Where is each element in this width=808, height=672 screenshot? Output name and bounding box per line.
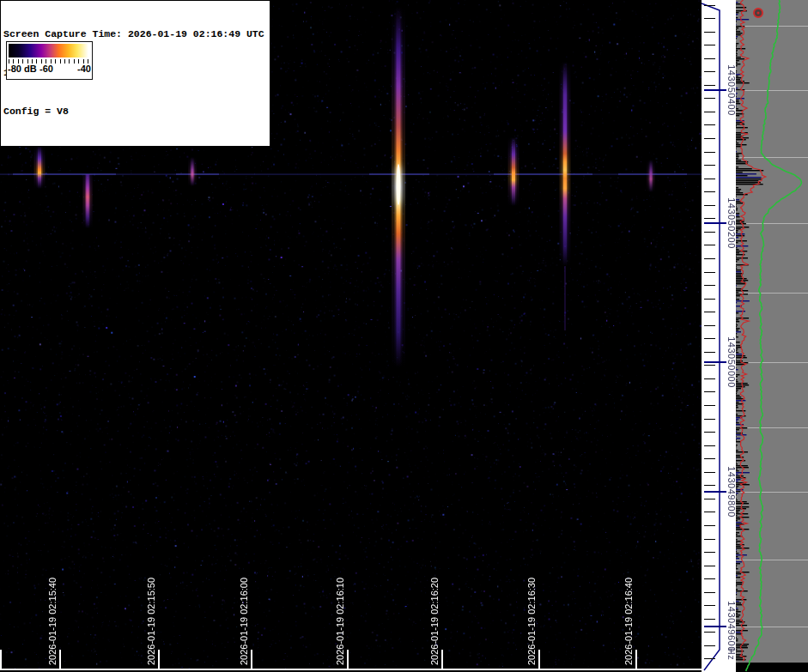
colorbar-label-min: -80 dB <box>8 64 37 74</box>
freq-minor-tick <box>704 658 715 659</box>
freq-minor-tick <box>704 499 715 499</box>
colorbar-tick <box>60 59 61 64</box>
freq-minor-tick <box>704 152 715 153</box>
freq-minor-tick <box>704 124 715 125</box>
freq-minor-tick <box>704 325 715 326</box>
freq-minor-tick <box>704 218 715 219</box>
freq-minor-tick <box>704 405 715 406</box>
freq-minor-tick <box>704 85 715 86</box>
colorbar-tick <box>74 59 75 64</box>
freq-axis-label: 143049800 <box>726 466 737 518</box>
colorbar-tick <box>69 59 70 64</box>
freq-minor-tick <box>704 312 715 312</box>
freq-minor-tick <box>704 619 715 620</box>
colorbar-tick <box>55 59 56 64</box>
freq-minor-tick <box>704 512 715 512</box>
freq-minor-tick <box>704 645 715 646</box>
freq-minor-tick <box>704 539 715 540</box>
colorbar-label-max: -40 <box>77 64 91 74</box>
time-tick <box>347 650 349 669</box>
freq-minor-tick <box>704 71 715 72</box>
time-axis-left-edge <box>0 650 2 670</box>
live-spectrum-panel-canvas <box>736 0 808 672</box>
time-tick <box>251 650 252 669</box>
freq-minor-tick <box>704 566 715 566</box>
freq-minor-tick <box>704 58 715 59</box>
config-line: Config = V8 <box>3 105 264 118</box>
time-tick <box>635 650 637 669</box>
time-axis-baseline <box>0 669 704 670</box>
freq-minor-tick <box>704 578 715 579</box>
freq-minor-tick <box>704 272 715 273</box>
time-axis-label: 2026-01-19 02:16:00 <box>239 578 249 665</box>
capture-time-line: Screen Capture Time: 2026-01-19 02:16:49… <box>3 27 264 40</box>
colorbar-gradient <box>9 44 88 58</box>
freq-minor-tick <box>704 552 715 553</box>
freq-minor-tick <box>704 525 715 526</box>
freq-minor-tick <box>704 472 715 473</box>
time-axis-label: 2026-01-19 02:16:10 <box>335 578 345 665</box>
time-tick <box>538 650 540 669</box>
freq-minor-tick <box>704 338 715 339</box>
freq-major-tick <box>704 491 726 493</box>
freq-major-tick <box>704 222 726 224</box>
freq-minor-tick <box>704 165 715 166</box>
freq-minor-tick <box>704 258 715 259</box>
freq-minor-tick <box>704 458 715 459</box>
time-axis-label: 2026-01-19 02:15:50 <box>146 578 156 665</box>
freq-minor-tick <box>704 632 715 633</box>
time-tick <box>59 650 61 669</box>
freq-minor-tick <box>704 285 715 286</box>
freq-minor-tick <box>704 112 715 112</box>
intensity-colorbar: -80 dB -60 -40 <box>6 41 93 80</box>
time-axis-label: 2026-01-19 02:16:20 <box>429 578 440 665</box>
freq-minor-tick <box>704 365 715 366</box>
freq-minor-tick <box>704 191 715 192</box>
freq-minor-tick <box>704 299 715 300</box>
freq-minor-tick <box>704 352 715 353</box>
freq-major-tick <box>704 361 726 363</box>
time-axis-label: 2026-01-19 02:15:40 <box>47 578 58 665</box>
freq-minor-tick <box>704 485 715 486</box>
time-tick <box>158 650 160 669</box>
freq-minor-tick <box>704 18 715 19</box>
freq-minor-tick <box>704 98 715 99</box>
freq-minor-tick <box>704 32 715 33</box>
freq-minor-tick <box>704 605 715 606</box>
freq-major-tick <box>704 89 726 91</box>
freq-minor-tick <box>704 179 715 179</box>
time-axis-label: 2026-01-19 02:16:40 <box>623 578 634 665</box>
freq-axis-label: 143050200 <box>726 197 737 249</box>
time-tick <box>441 650 443 669</box>
freq-minor-tick <box>704 45 715 45</box>
freq-major-tick <box>704 626 726 627</box>
colorbar-tick <box>64 59 65 64</box>
freq-minor-tick <box>704 378 715 379</box>
freq-axis-label: 143050400 <box>726 64 737 116</box>
freq-minor-tick <box>704 138 715 139</box>
freq-minor-tick <box>704 445 715 446</box>
freq-minor-tick <box>704 391 715 392</box>
freq-minor-tick <box>704 232 715 233</box>
freq-minor-tick <box>704 419 715 420</box>
freq-minor-tick <box>704 245 715 245</box>
spectrum-monitor-screen: 2026-01-19 02:15:402026-01-19 02:15:5020… <box>0 0 808 672</box>
freq-minor-tick <box>704 5 715 6</box>
freq-axis-label: 143050000 <box>726 336 737 388</box>
freq-minor-tick <box>704 592 715 593</box>
freq-axis-label: 143049600 <box>726 601 737 652</box>
freq-minor-tick <box>704 205 715 206</box>
freq-minor-tick <box>704 432 715 433</box>
colorbar-label-mid: -60 <box>39 64 53 74</box>
time-axis-label: 2026-01-19 02:16:30 <box>526 578 537 665</box>
frequency-ruler: Hz 1430504001430502001430500001430498001… <box>702 0 736 672</box>
